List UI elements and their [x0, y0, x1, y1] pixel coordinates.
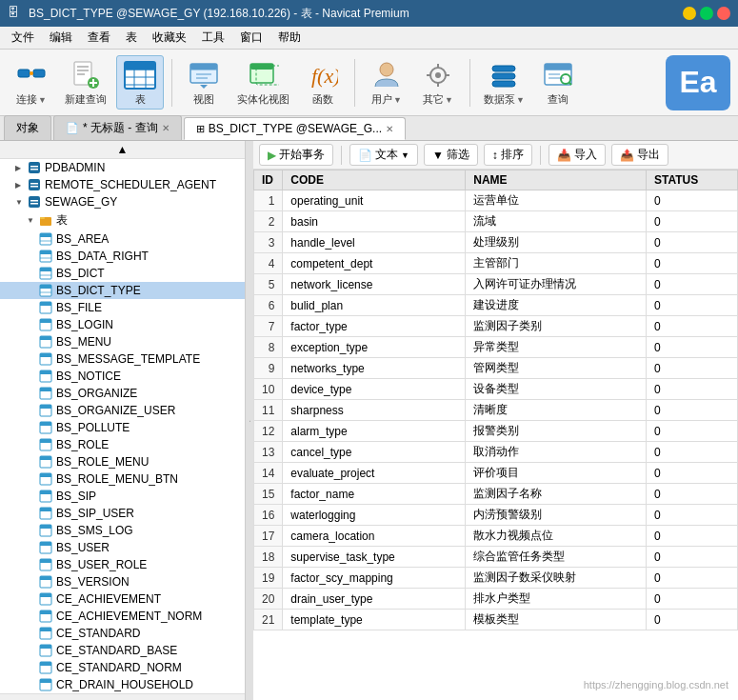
close-button[interactable]	[717, 7, 730, 20]
minimize-button[interactable]	[683, 7, 696, 20]
menu-table[interactable]: 表	[118, 28, 145, 48]
tab-bs-dict[interactable]: ⊞ BS_DICT_TYPE @SEWAGE_G... ✕	[184, 117, 406, 140]
svg-rect-87	[40, 456, 51, 460]
tool-new-query[interactable]: 新建查询	[59, 56, 112, 109]
tool-materialized[interactable]: 实体化视图	[231, 56, 295, 109]
sidebar-item-ce-achievement[interactable]: CE_ACHIEVEMENT	[0, 590, 245, 608]
sidebar-item-sewage-gy[interactable]: SEWAGE_GY	[0, 193, 245, 210]
import-button[interactable]: 📥 导入	[549, 144, 606, 166]
sidebar-resize-handle[interactable]: ···	[246, 141, 253, 700]
sidebar-item-bs-role[interactable]: BS_ROLE	[0, 436, 245, 453]
table-row[interactable]: 11 sharpness 清晰度 0	[254, 400, 738, 421]
sidebar-scroll-down[interactable]: ▼	[0, 693, 245, 700]
table-row[interactable]: 17 camera_location 散水力视频点位 0	[254, 526, 738, 547]
table-row[interactable]: 5 network_license 入网许可证办理情况 0	[254, 274, 738, 295]
sidebar-item-bs-dict-type[interactable]: BS_DICT_TYPE	[0, 282, 245, 299]
table-row[interactable]: 21 template_type 模板类型 0	[254, 610, 738, 630]
sidebar-item-bs-user[interactable]: BS_USER	[0, 539, 245, 556]
menu-edit[interactable]: 编辑	[42, 28, 80, 48]
sidebar-item-ce-standard[interactable]: CE_STANDARD	[0, 625, 245, 642]
sidebar-item-bs-menu[interactable]: BS_MENU	[0, 333, 245, 350]
table-row[interactable]: 16 waterlogging 内涝预警级别 0	[254, 505, 738, 526]
sidebar-item-bs-sms-log[interactable]: BS_SMS_LOG	[0, 522, 245, 539]
table-row[interactable]: 20 drain_user_type 排水户类型 0	[254, 589, 738, 610]
menu-file[interactable]: 文件	[4, 28, 42, 48]
sidebar-item-bs-version[interactable]: BS_VERSION	[0, 573, 245, 590]
table-row[interactable]: 15 factor_name 监测因子名称 0	[254, 484, 738, 505]
bs-dict-type-icon	[38, 284, 53, 297]
maximize-button[interactable]	[700, 7, 713, 20]
table-row[interactable]: 18 supervise_task_type 综合监管任务类型 0	[254, 547, 738, 568]
sidebar-item-bs-organize[interactable]: BS_ORGANIZE	[0, 385, 245, 402]
tool-query[interactable]: 查询	[534, 56, 582, 109]
table-row[interactable]: 3 handle_level 处理级别 0	[254, 232, 738, 253]
sidebar-item-bs-message-template[interactable]: BS_MESSAGE_TEMPLATE	[0, 350, 245, 368]
tab-bs-dict-close[interactable]: ✕	[386, 124, 393, 134]
cell-code: template_type	[283, 610, 466, 630]
text-button[interactable]: 📄 文本 ▼	[349, 144, 418, 166]
sort-label: 排序	[501, 147, 524, 163]
sidebar-item-bs-sip-user[interactable]: BS_SIP_USER	[0, 505, 245, 522]
table-row[interactable]: 10 device_type 设备类型 0	[254, 379, 738, 400]
export-label: 导出	[637, 147, 660, 163]
export-button[interactable]: 📤 导出	[611, 144, 668, 166]
tool-datasource[interactable]: 数据泵 ▼	[478, 56, 530, 109]
sidebar-item-bs-pollute[interactable]: BS_POLLUTE	[0, 419, 245, 436]
cell-status: 0	[647, 232, 738, 253]
cell-id: 4	[254, 253, 283, 274]
table-row[interactable]: 14 evaluate_project 评价项目 0	[254, 463, 738, 484]
cell-name: 清晰度	[466, 400, 647, 421]
table-row[interactable]: 9 networks_type 管网类型 0	[254, 358, 738, 379]
sidebar-item-bs-area[interactable]: BS_AREA	[0, 230, 245, 248]
table-row[interactable]: 1 operating_unit 运营单位 0	[254, 190, 738, 211]
sidebar-item-bs-organize-user[interactable]: BS_ORGANIZE_USER	[0, 402, 245, 419]
query-sep-1	[341, 146, 342, 165]
table-row[interactable]: 7 factor_type 监测因子类别 0	[254, 316, 738, 337]
sidebar-item-ce-standard-norm[interactable]: CE_STANDARD_NORM	[0, 659, 245, 676]
cell-code: alarm_type	[283, 421, 466, 442]
menu-window[interactable]: 窗口	[232, 28, 270, 48]
tool-view[interactable]: 视图	[180, 56, 228, 109]
cell-code: operating_unit	[283, 190, 466, 211]
sidebar-item-bs-data-right[interactable]: BS_DATA_RIGHT	[0, 248, 245, 265]
sidebar-item-bs-login[interactable]: BS_LOGIN	[0, 316, 245, 333]
tab-untitled-close[interactable]: ✕	[162, 123, 170, 133]
svg-rect-66	[40, 285, 51, 289]
tool-user[interactable]: 用户 ▼	[363, 56, 410, 109]
sidebar-item-pdbadmin[interactable]: PDBADMIN	[0, 159, 245, 176]
filter-button[interactable]: ▼ 筛选	[424, 144, 478, 166]
sidebar-item-ce-standard-base[interactable]: CE_STANDARD_BASE	[0, 642, 245, 659]
sidebar-item-bs-dict[interactable]: BS_DICT	[0, 265, 245, 282]
menu-favorites[interactable]: 收藏夹	[145, 28, 194, 48]
sidebar-item-bs-notice[interactable]: BS_NOTICE	[0, 368, 245, 385]
start-transaction-button[interactable]: ▶ 开始事务	[259, 144, 333, 166]
sidebar-item-bs-sip[interactable]: BS_SIP	[0, 488, 245, 505]
menu-view[interactable]: 查看	[80, 28, 118, 48]
table-row[interactable]: 8 exception_type 异常类型 0	[254, 337, 738, 358]
sidebar-item-bs-user-role[interactable]: BS_USER_ROLE	[0, 556, 245, 573]
tab-untitled[interactable]: 📄 * 无标题 - 查询 ✕	[53, 115, 182, 140]
table-row[interactable]: 2 basin 流域 0	[254, 211, 738, 232]
tool-function[interactable]: f(x) 函数	[299, 56, 347, 109]
svg-rect-60	[40, 250, 51, 254]
tool-connect[interactable]: 连接 ▼	[8, 56, 55, 109]
sort-button[interactable]: ↕ 排序	[484, 144, 532, 166]
sidebar-scroll-up[interactable]: ▲	[0, 141, 245, 159]
tool-other[interactable]: 其它 ▼	[414, 56, 462, 109]
sidebar-item-remote-scheduler[interactable]: REMOTE_SCHEDULER_AGENT	[0, 176, 245, 193]
sidebar-item-bs-file[interactable]: BS_FILE	[0, 299, 245, 316]
tool-table[interactable]: 表	[116, 55, 164, 110]
table-row[interactable]: 4 competent_dept 主管部门 0	[254, 253, 738, 274]
table-row[interactable]: 6 bulid_plan 建设进度 0	[254, 295, 738, 316]
menu-help[interactable]: 帮助	[270, 28, 309, 48]
sidebar-item-bs-role-menu-btn[interactable]: BS_ROLE_MENU_BTN	[0, 470, 245, 488]
table-row[interactable]: 13 cancel_type 取消动作 0	[254, 442, 738, 463]
sidebar-item-tables-folder[interactable]: 表	[0, 210, 245, 230]
sidebar-item-bs-role-menu[interactable]: BS_ROLE_MENU	[0, 453, 245, 470]
menu-tools[interactable]: 工具	[194, 28, 232, 48]
sidebar-item-ce-achievement-norm[interactable]: CE_ACHIEVEMENT_NORM	[0, 608, 245, 625]
table-row[interactable]: 19 factor_scy_mapping 监测因子数采仪映射 0	[254, 568, 738, 589]
table-row[interactable]: 12 alarm_type 报警类别 0	[254, 421, 738, 442]
sidebar-item-cr-drain-household[interactable]: CR_DRAIN_HOUSEHOLD	[0, 676, 245, 693]
tab-object[interactable]: 对象	[4, 115, 51, 140]
